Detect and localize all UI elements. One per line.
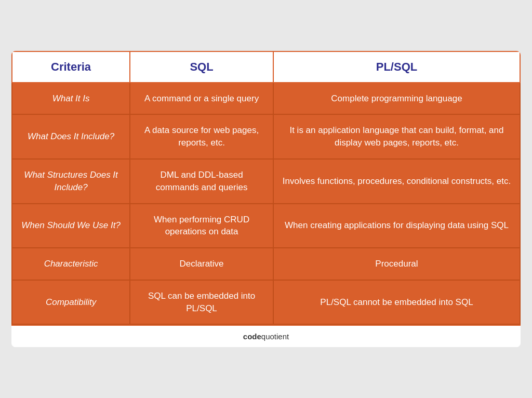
cell-plsql-2: Involves functions, procedures, conditio… <box>273 159 520 204</box>
cell-sql-3: When performing CRUD operations on data <box>130 204 273 248</box>
table-wrapper: Criteria SQL PL/SQL What It IsA command … <box>11 51 521 348</box>
cell-plsql-0: Complete programming language <box>273 83 520 115</box>
footer: codequotient <box>11 325 521 347</box>
cell-sql-1: A data source for web pages, reports, et… <box>130 114 273 159</box>
cell-criteria-5: Compatibility <box>12 280 130 325</box>
table-row: CharacteristicDeclarativeProcedural <box>12 248 520 280</box>
cell-sql-4: Declarative <box>130 248 273 280</box>
table-row: When Should We Use It?When performing CR… <box>12 204 520 248</box>
cell-criteria-1: What Does It Include? <box>12 114 130 159</box>
cell-plsql-5: PL/SQL cannot be embedded into SQL <box>273 280 520 325</box>
cell-plsql-4: Procedural <box>273 248 520 280</box>
cell-sql-0: A command or a single query <box>130 83 273 115</box>
cell-sql-5: SQL can be embedded into PL/SQL <box>130 280 273 325</box>
header-plsql: PL/SQL <box>273 51 520 83</box>
table-row: What Structures Does It Include?DML and … <box>12 159 520 204</box>
cell-criteria-4: Characteristic <box>12 248 130 280</box>
cell-sql-2: DML and DDL-based commands and queries <box>130 159 273 204</box>
comparison-table: Criteria SQL PL/SQL What It IsA command … <box>11 51 521 325</box>
comparison-table-container: Criteria SQL PL/SQL What It IsA command … <box>11 51 521 348</box>
brand-bold: code <box>243 332 261 341</box>
table-row: What Does It Include?A data source for w… <box>12 114 520 159</box>
cell-plsql-1: It is an application language that can b… <box>273 114 520 159</box>
header-sql: SQL <box>130 51 273 83</box>
cell-plsql-3: When creating applications for displayin… <box>273 204 520 248</box>
header-criteria: Criteria <box>12 51 130 83</box>
brand-normal: quotient <box>261 332 289 341</box>
cell-criteria-2: What Structures Does It Include? <box>12 159 130 204</box>
table-row: CompatibilitySQL can be embedded into PL… <box>12 280 520 325</box>
table-row: What It IsA command or a single queryCom… <box>12 83 520 115</box>
cell-criteria-3: When Should We Use It? <box>12 204 130 248</box>
table-header-row: Criteria SQL PL/SQL <box>12 51 520 83</box>
cell-criteria-0: What It Is <box>12 83 130 115</box>
